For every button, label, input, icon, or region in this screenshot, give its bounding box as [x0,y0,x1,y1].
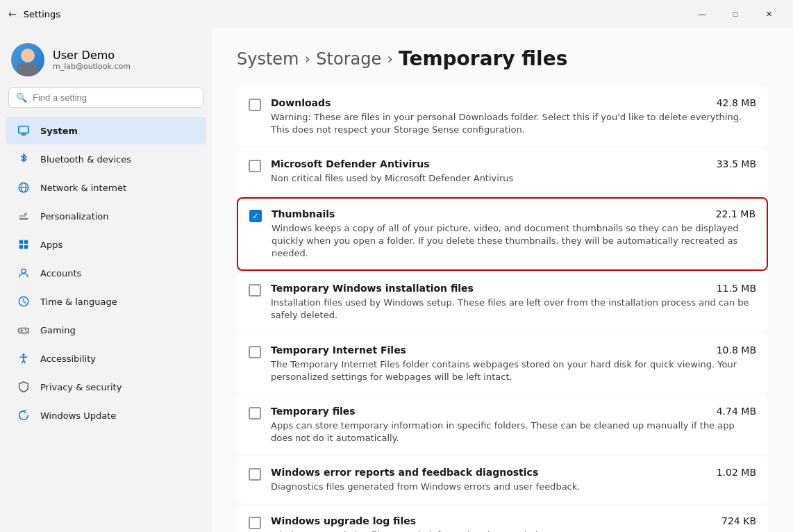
sidebar-item-system[interactable]: System [6,117,206,144]
file-checkbox-5[interactable] [249,407,261,419]
bluetooth-icon [17,152,31,166]
sidebar-item-accounts[interactable]: Accounts [6,259,206,287]
file-content-0: Downloads 42.8 MB Warning: These are fil… [271,97,756,136]
file-header-2: Thumbnails 22.1 MB [272,208,756,219]
window-title: Settings [24,9,60,19]
nav-label-gaming: Gaming [40,325,76,335]
breadcrumb-part-2: Temporary files [399,47,567,70]
user-info: User Demo m_lab@outlook.com [53,49,131,71]
gaming-icon [17,323,31,337]
breadcrumb-part-0[interactable]: System [237,49,299,69]
file-name-7: Windows upgrade log files [271,515,416,526]
accessibility-icon [17,351,31,365]
sidebar-item-personalization[interactable]: Personalization [6,202,206,230]
nav-label-bluetooth: Bluetooth & devices [40,154,131,165]
file-checkbox-3[interactable] [249,284,261,297]
nav-label-accounts: Accounts [40,268,81,279]
file-desc-4: The Temporary Internet Files folder cont… [271,358,756,383]
nav-list: System Bluetooth & devices Network & int… [0,116,212,430]
file-desc-6: Diagnostics files generated from Windows… [271,481,756,493]
file-content-6: Windows error reports and feedback diagn… [271,467,756,493]
file-item: Thumbnails 22.1 MB Windows keeps a copy … [237,197,768,272]
nav-label-personalization: Personalization [40,211,109,222]
file-header-1: Microsoft Defender Antivirus 33.5 MB [271,158,756,169]
file-checkbox-6[interactable] [249,468,261,481]
file-checkbox-0[interactable] [249,99,261,111]
svg-rect-8 [19,240,23,244]
file-checkbox-wrap-5 [249,407,261,419]
file-desc-3: Installation files used by Windows setup… [271,297,756,322]
file-item: Microsoft Defender Antivirus 33.5 MB Non… [237,148,768,195]
file-size-7: 724 KB [721,515,756,526]
file-checkbox-4[interactable] [249,346,261,358]
file-checkbox-wrap-3 [249,284,261,297]
file-content-7: Windows upgrade log files 724 KB Windows… [271,515,756,532]
file-name-3: Temporary Windows installation files [271,283,474,294]
apps-icon [17,238,31,251]
privacy-icon [17,380,31,394]
avatar [11,43,44,76]
file-checkbox-2[interactable] [249,210,262,222]
nav-label-apps: Apps [40,240,62,250]
file-content-5: Temporary files 4.74 MB Apps can store t… [271,406,756,444]
file-header-6: Windows error reports and feedback diagn… [271,467,756,478]
file-size-4: 10.8 MB [717,344,756,356]
svg-point-17 [25,329,26,331]
file-header-3: Temporary Windows installation files 11.… [271,283,756,294]
search-icon: 🔍 [16,92,27,103]
sidebar-item-network[interactable]: Network & internet [6,174,206,201]
file-header-7: Windows upgrade log files 724 KB [271,515,756,526]
main-content: System›Storage›Temporary files Downloads… [212,28,793,532]
file-content-1: Microsoft Defender Antivirus 33.5 MB Non… [271,158,756,185]
maximize-button[interactable]: □ [719,3,751,25]
svg-rect-6 [19,218,28,220]
file-name-0: Downloads [271,97,331,108]
network-icon [17,181,31,194]
close-button[interactable]: ✕ [753,3,785,25]
back-icon[interactable]: ← [8,8,17,19]
file-size-5: 4.74 MB [717,406,756,417]
file-item: Windows error reports and feedback diagn… [237,456,768,504]
user-name: User Demo [53,49,131,62]
file-checkbox-7[interactable] [249,517,261,529]
svg-rect-7 [19,215,26,217]
file-desc-7: Windows upgrade log files contain inform… [271,529,756,532]
svg-point-18 [26,331,28,332]
breadcrumb: System›Storage›Temporary files [237,47,768,70]
window-controls: — □ ✕ [686,3,785,25]
nav-label-accessibility: Accessibility [40,354,96,364]
file-size-6: 1.02 MB [717,467,756,478]
sidebar-item-accessibility[interactable]: Accessibility [6,344,206,372]
search-input[interactable] [33,92,196,103]
sidebar-item-update[interactable]: Windows Update [6,401,206,429]
file-name-5: Temporary files [271,406,356,417]
sidebar-item-time[interactable]: Time & language [6,288,206,315]
sidebar-item-privacy[interactable]: Privacy & security [6,373,206,401]
file-item: Temporary Windows installation files 11.… [237,272,768,332]
personalization-icon [17,209,31,223]
accounts-icon [17,266,31,280]
file-item: Temporary Internet Files 10.8 MB The Tem… [237,334,768,394]
svg-rect-11 [24,245,28,249]
user-email: m_lab@outlook.com [53,62,131,71]
file-name-6: Windows error reports and feedback diagn… [271,467,538,478]
sidebar-item-gaming[interactable]: Gaming [6,316,206,344]
minimize-button[interactable]: — [686,3,718,25]
system-icon [17,124,31,138]
nav-label-privacy: Privacy & security [40,382,122,392]
sidebar-item-apps[interactable]: Apps [6,231,206,258]
file-size-2: 22.1 MB [716,208,756,219]
sidebar-item-bluetooth[interactable]: Bluetooth & devices [6,145,206,173]
file-checkbox-1[interactable] [249,160,261,172]
nav-label-network: Network & internet [40,183,126,193]
nav-label-time: Time & language [40,297,117,307]
svg-line-23 [24,360,26,364]
breadcrumb-separator: › [387,50,393,67]
svg-point-19 [22,354,24,356]
file-name-2: Thumbnails [272,208,335,219]
file-desc-0: Warning: These are files in your persona… [271,111,756,136]
file-content-3: Temporary Windows installation files 11.… [271,283,756,322]
file-list: Downloads 42.8 MB Warning: These are fil… [237,87,768,532]
search-box[interactable]: 🔍 [8,88,203,108]
breadcrumb-part-1[interactable]: Storage [316,49,381,69]
